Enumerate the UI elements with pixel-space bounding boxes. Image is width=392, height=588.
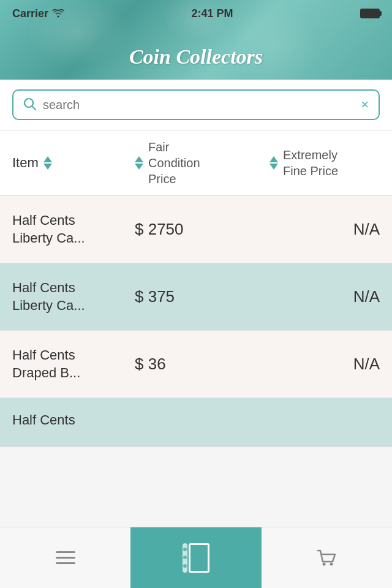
sort-up-arrow xyxy=(270,156,278,162)
sort-down-arrow xyxy=(43,164,52,170)
svg-point-2 xyxy=(323,562,326,565)
sort-down-arrow xyxy=(135,164,143,170)
menu-icon xyxy=(56,551,75,564)
ef-price: N/A xyxy=(270,355,380,374)
wifi-icon xyxy=(52,9,64,18)
item-name: Half CentsLiberty Ca... xyxy=(12,212,135,247)
col-item-header[interactable]: Item xyxy=(12,155,135,171)
sort-up-arrow xyxy=(135,156,143,162)
table-row[interactable]: Half CentsLiberty Ca... $ 2750 N/A xyxy=(0,196,392,263)
sort-up-arrow xyxy=(43,156,52,162)
tab-menu[interactable] xyxy=(0,527,130,588)
fair-price: $ 36 xyxy=(135,355,270,374)
table-row[interactable]: Half CentsDraped B... $ 36 N/A xyxy=(0,331,392,398)
col-ef-header[interactable]: ExtremelyFine Price xyxy=(270,147,380,179)
item-name: Half CentsDraped B... xyxy=(12,347,135,382)
table-row[interactable]: Half CentsLiberty Ca... $ 375 N/A xyxy=(0,263,392,331)
tab-notebook[interactable] xyxy=(130,527,261,588)
search-icon xyxy=(23,97,37,113)
tab-bar xyxy=(0,527,392,588)
carrier-label: Carrier xyxy=(12,7,48,20)
fair-price: $ 2750 xyxy=(135,220,270,239)
svg-point-3 xyxy=(330,562,333,565)
time-display: 2:41 PM xyxy=(192,7,233,20)
item-name: Half CentsLiberty Ca... xyxy=(12,279,135,314)
col-fair-header[interactable]: FairConditionPrice xyxy=(135,139,270,187)
fair-col-label: FairConditionPrice xyxy=(148,139,200,187)
item-col-label: Item xyxy=(12,155,39,171)
svg-line-1 xyxy=(32,106,36,110)
fair-sort-arrows[interactable] xyxy=(135,156,143,170)
search-input[interactable] xyxy=(43,98,355,112)
search-container: × xyxy=(0,80,392,130)
notebook-icon xyxy=(183,543,209,573)
hamburger-line xyxy=(56,557,75,559)
ef-price: N/A xyxy=(270,287,380,306)
search-clear-button[interactable]: × xyxy=(361,97,369,113)
table-header: Item FairConditionPrice xyxy=(0,130,392,196)
hamburger-line xyxy=(56,551,75,553)
ef-price: N/A xyxy=(270,220,380,239)
battery-icon xyxy=(360,9,380,18)
hamburger-line xyxy=(56,562,75,564)
sort-down-arrow xyxy=(270,164,278,170)
app-container: Carrier 2:41 PM Coin Collectors × xyxy=(0,0,392,588)
fair-price: $ 375 xyxy=(135,287,270,306)
tab-cart[interactable] xyxy=(262,527,392,588)
table-row[interactable]: Half Cents xyxy=(0,398,392,447)
ef-sort-arrows[interactable] xyxy=(270,156,278,170)
item-sort-arrows[interactable] xyxy=(43,156,52,170)
app-title: Coin Collectors xyxy=(129,45,263,69)
cart-icon xyxy=(314,546,339,570)
ef-col-label: ExtremelyFine Price xyxy=(283,147,338,179)
status-bar: Carrier 2:41 PM xyxy=(0,0,392,27)
item-name: Half Cents xyxy=(12,412,135,429)
carrier-text: Carrier xyxy=(12,7,64,20)
search-bar[interactable]: × xyxy=(12,89,380,120)
